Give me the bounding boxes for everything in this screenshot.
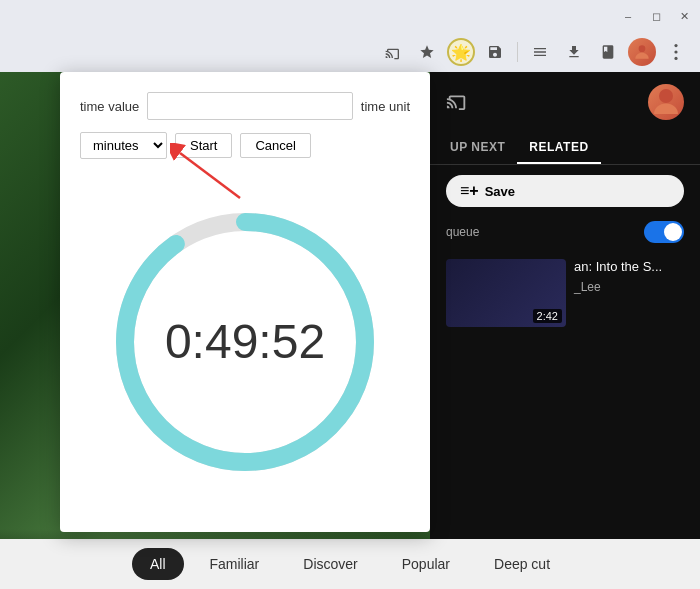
- save-icon-btn: ≡+: [460, 182, 479, 200]
- maximize-button[interactable]: ◻: [648, 8, 664, 24]
- timer-circle-area: 0:49:52: [80, 171, 410, 512]
- save-label: Save: [485, 184, 515, 199]
- toolbar-divider: [517, 42, 518, 62]
- red-arrow-svg: [170, 143, 270, 203]
- queue-toggle[interactable]: [644, 221, 684, 243]
- timer-form-row: time value time unit: [80, 92, 410, 120]
- sidebar-user-avatar[interactable]: [648, 84, 684, 120]
- svg-point-1: [674, 44, 677, 47]
- cast-sidebar-icon[interactable]: [446, 89, 468, 116]
- close-button[interactable]: ✕: [676, 8, 692, 24]
- save-icon[interactable]: [481, 38, 509, 66]
- cast-icon[interactable]: [379, 38, 407, 66]
- star-icon[interactable]: [413, 38, 441, 66]
- sidebar-tabs: UP NEXT RELATED: [430, 132, 700, 165]
- video-list-item[interactable]: an: Into the S... _Lee: [430, 253, 700, 333]
- video-thumbnail-small: [446, 259, 566, 327]
- svg-point-0: [639, 45, 646, 52]
- profile-avatar[interactable]: [628, 38, 656, 66]
- video-channel: _Lee: [574, 280, 684, 294]
- sidebar: UP NEXT RELATED ≡+ Save queue an: Into t…: [430, 72, 700, 589]
- time-value-label: time value: [80, 99, 139, 114]
- pill-discover[interactable]: Discover: [285, 548, 375, 580]
- queue-label: queue: [446, 225, 644, 239]
- svg-line-6: [180, 153, 240, 198]
- pill-familiar[interactable]: Familiar: [192, 548, 278, 580]
- pill-popular[interactable]: Popular: [384, 548, 468, 580]
- time-value-input[interactable]: [147, 92, 353, 120]
- queue-toggle-row: queue: [430, 217, 700, 247]
- video-info: an: Into the S... _Lee: [574, 259, 684, 294]
- browser-toolbar: 🌟: [0, 32, 700, 72]
- tab-related[interactable]: RELATED: [517, 132, 600, 164]
- bottom-bar: All Familiar Discover Popular Deep cut: [0, 539, 700, 589]
- svg-point-2: [674, 50, 677, 53]
- download-icon[interactable]: [560, 38, 588, 66]
- save-button[interactable]: ≡+ Save: [446, 175, 684, 207]
- pill-all[interactable]: All: [132, 548, 184, 580]
- timer-popup: time value time unit minutes hours secon…: [60, 72, 430, 532]
- time-unit-select[interactable]: minutes hours seconds: [80, 132, 167, 159]
- minimize-button[interactable]: –: [620, 8, 636, 24]
- sidebar-icon[interactable]: [526, 38, 554, 66]
- timer-circle: 0:49:52: [105, 202, 385, 482]
- tab-up-next[interactable]: UP NEXT: [438, 132, 517, 164]
- browser-chrome: – ◻ ✕ 🌟: [0, 0, 700, 72]
- video-title: an: Into the S...: [574, 259, 684, 276]
- time-unit-label: time unit: [361, 99, 410, 114]
- extension-active-icon[interactable]: 🌟: [447, 38, 475, 66]
- title-bar: – ◻ ✕: [0, 0, 700, 32]
- svg-point-3: [674, 57, 677, 60]
- menu-icon[interactable]: [662, 38, 690, 66]
- svg-point-4: [659, 89, 673, 103]
- timer-display: 0:49:52: [165, 314, 325, 369]
- sidebar-header: [430, 72, 700, 132]
- pill-deep-cut[interactable]: Deep cut: [476, 548, 568, 580]
- reader-mode-icon[interactable]: [594, 38, 622, 66]
